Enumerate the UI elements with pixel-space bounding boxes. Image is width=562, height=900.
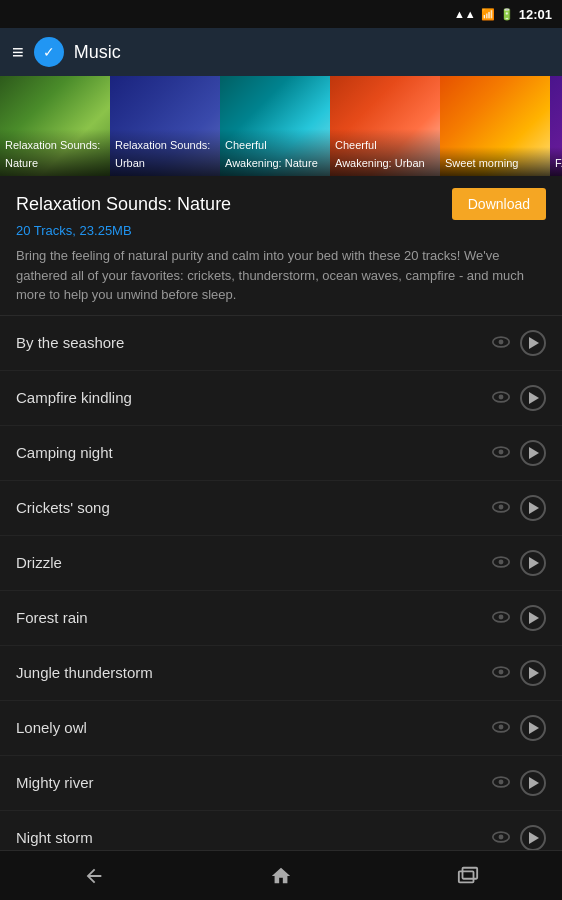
nav-title: Music	[74, 42, 121, 63]
thumbnails-row: Relaxation Sounds: Nature Relaxation Sou…	[0, 76, 562, 176]
wifi-icon: ▲▲	[454, 8, 476, 20]
thumb-overlay: Cheerful Awakening: Nature	[220, 129, 330, 176]
download-button[interactable]: Download	[452, 188, 546, 220]
track-item[interactable]: Crickets' song	[0, 481, 562, 536]
track-eye-icon[interactable]	[492, 444, 510, 462]
svg-point-7	[499, 449, 504, 454]
track-actions	[492, 550, 546, 576]
track-play-button[interactable]	[520, 770, 546, 796]
thumbnail-item[interactable]: Cheerful Awakening: Urban	[330, 76, 440, 176]
thumb-label: Cheerful Awakening: Nature	[225, 139, 318, 169]
status-time: 12:01	[519, 7, 552, 22]
track-eye-icon[interactable]	[492, 554, 510, 572]
thumb-label: Cheerful Awakening: Urban	[335, 139, 425, 169]
track-actions	[492, 715, 546, 741]
track-eye-icon[interactable]	[492, 719, 510, 737]
svg-marker-2	[529, 337, 539, 349]
track-actions	[492, 440, 546, 466]
svg-point-19	[499, 669, 504, 674]
track-item[interactable]: Jungle thunderstorm	[0, 646, 562, 701]
track-play-button[interactable]	[520, 550, 546, 576]
thumb-label: Relaxation Sounds: Nature	[5, 139, 100, 169]
track-play-button[interactable]	[520, 825, 546, 851]
thumb-overlay: Cheerful Awakening: Urban	[330, 129, 440, 176]
svg-point-25	[499, 779, 504, 784]
status-bar: ▲▲ 📶 🔋 12:01	[0, 0, 562, 28]
thumbnail-item[interactable]: Cheerful Awakening: Nature	[220, 76, 330, 176]
track-name: Lonely owl	[16, 719, 492, 736]
track-play-button[interactable]	[520, 605, 546, 631]
track-play-button[interactable]	[520, 715, 546, 741]
svg-point-28	[499, 834, 504, 839]
svg-marker-23	[529, 722, 539, 734]
track-play-button[interactable]	[520, 385, 546, 411]
battery-icon: 🔋	[500, 8, 514, 21]
nav-bar: ≡ ✓ Music	[0, 28, 562, 76]
track-item[interactable]: Lonely owl	[0, 701, 562, 756]
status-icons: ▲▲ 📶 🔋 12:01	[454, 7, 552, 22]
svg-point-1	[499, 339, 504, 344]
track-name: Forest rain	[16, 609, 492, 626]
track-actions	[492, 770, 546, 796]
thumbnail-item[interactable]: Relaxation Sounds: Nature	[0, 76, 110, 176]
thumb-overlay: Relaxation Sounds: Nature	[0, 129, 110, 176]
track-name: Jungle thunderstorm	[16, 664, 492, 681]
bottom-bar	[0, 850, 562, 900]
track-play-button[interactable]	[520, 330, 546, 356]
thumbnail-item[interactable]: Relaxation Sounds: Urban	[110, 76, 220, 176]
track-actions	[492, 605, 546, 631]
svg-marker-26	[529, 777, 539, 789]
track-item[interactable]: Camping night	[0, 426, 562, 481]
track-eye-icon[interactable]	[492, 334, 510, 352]
track-play-button[interactable]	[520, 440, 546, 466]
track-actions	[492, 495, 546, 521]
track-eye-icon[interactable]	[492, 609, 510, 627]
svg-marker-5	[529, 392, 539, 404]
svg-point-16	[499, 614, 504, 619]
thumb-overlay: Relaxation Sounds: Urban	[110, 129, 220, 176]
track-name: Drizzle	[16, 554, 492, 571]
track-eye-icon[interactable]	[492, 774, 510, 792]
track-item[interactable]: Forest rain	[0, 591, 562, 646]
app-logo: ✓	[34, 37, 64, 67]
track-item[interactable]: Mighty river	[0, 756, 562, 811]
track-actions	[492, 825, 546, 851]
back-button[interactable]	[64, 856, 124, 896]
track-list: By the seashore Campfire kindling	[0, 316, 562, 890]
track-item[interactable]: By the seashore	[0, 316, 562, 371]
svg-marker-14	[529, 557, 539, 569]
album-meta: 20 Tracks, 23.25MB	[16, 223, 546, 238]
svg-marker-11	[529, 502, 539, 514]
svg-point-4	[499, 394, 504, 399]
track-item[interactable]: Drizzle	[0, 536, 562, 591]
thumbnail-item[interactable]: F...	[550, 76, 562, 176]
album-title: Relaxation Sounds: Nature	[16, 194, 231, 215]
track-eye-icon[interactable]	[492, 829, 510, 847]
svg-marker-20	[529, 667, 539, 679]
track-play-button[interactable]	[520, 495, 546, 521]
track-eye-icon[interactable]	[492, 389, 510, 407]
track-name: Camping night	[16, 444, 492, 461]
thumbnail-item[interactable]: Sweet morning	[440, 76, 550, 176]
svg-marker-8	[529, 447, 539, 459]
thumb-label: F...	[555, 157, 562, 169]
svg-rect-43	[463, 867, 478, 878]
track-item[interactable]: Campfire kindling	[0, 371, 562, 426]
track-eye-icon[interactable]	[492, 499, 510, 517]
signal-icon: 📶	[481, 8, 495, 21]
recents-button[interactable]	[438, 856, 498, 896]
track-name: Crickets' song	[16, 499, 492, 516]
album-header: Relaxation Sounds: Nature Download 20 Tr…	[0, 176, 562, 316]
logo-check: ✓	[43, 44, 55, 60]
track-name: Campfire kindling	[16, 389, 492, 406]
track-actions	[492, 660, 546, 686]
album-description: Bring the feeling of natural purity and …	[16, 246, 546, 305]
svg-point-10	[499, 504, 504, 509]
home-button[interactable]	[251, 856, 311, 896]
track-name: Mighty river	[16, 774, 492, 791]
track-play-button[interactable]	[520, 660, 546, 686]
track-eye-icon[interactable]	[492, 664, 510, 682]
svg-marker-17	[529, 612, 539, 624]
svg-marker-29	[529, 832, 539, 844]
menu-icon[interactable]: ≡	[12, 41, 24, 64]
